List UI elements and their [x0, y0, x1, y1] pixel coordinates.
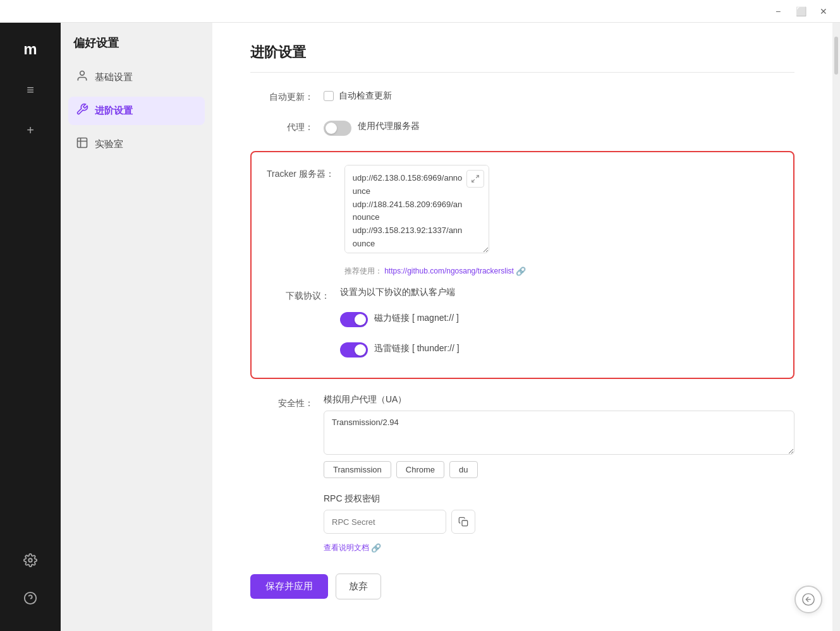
close-button[interactable]: ✕ — [815, 3, 832, 20]
security-label: 安全性： — [250, 394, 313, 409]
rpc-secret-input[interactable] — [324, 510, 446, 534]
auto-update-checkbox-wrap: 自动检查更新 — [324, 88, 392, 102]
scrollbar-thumb[interactable] — [834, 37, 838, 75]
sidebar-bottom — [16, 546, 44, 618]
rpc-input-wrap — [324, 510, 475, 534]
page-title: 进阶设置 — [250, 43, 794, 73]
magnet-label: 磁力链接 [ magnet:// ] — [374, 313, 459, 324]
svg-rect-6 — [462, 520, 468, 526]
sidebar-item-advanced[interactable]: 进阶设置 — [68, 97, 205, 125]
ua-preset-chrome[interactable]: Chrome — [396, 461, 444, 478]
scrollbar-track — [832, 23, 840, 631]
basic-settings-icon — [76, 69, 88, 85]
svg-point-0 — [28, 558, 32, 562]
ua-preset-du[interactable]: du — [449, 461, 477, 478]
security-control: 模拟用户代理（UA） Transmission/2.94 Transmissio… — [324, 394, 794, 478]
ua-preset-transmission[interactable]: Transmission — [324, 461, 391, 478]
tracker-expand-button[interactable] — [466, 170, 484, 188]
protocol-row: 下载协议： 设置为以下协议的默认客户端 磁力链接 [ magnet:// ] 迅… — [267, 287, 778, 365]
title-bar: − ⬜ ✕ — [0, 0, 840, 23]
sidebar-menu-icon[interactable]: ≡ — [16, 76, 44, 104]
nav-panel-title: 偏好设置 — [68, 35, 205, 58]
rpc-row: RPC 授权密钥 查看说明文档 🔗 — [250, 493, 794, 553]
floating-button[interactable] — [794, 586, 822, 613]
tracker-row: Tracker 服务器： udp://62.138.0.158:6969/ann… — [267, 165, 778, 277]
basic-settings-label: 基础设置 — [95, 71, 133, 83]
security-row: 安全性： 模拟用户代理（UA） Transmission/2.94 Transm… — [250, 394, 794, 478]
ua-textarea[interactable]: Transmission/2.94 — [324, 411, 794, 455]
sidebar-settings-icon[interactable] — [16, 546, 44, 574]
proxy-label: 代理： — [250, 118, 313, 133]
protocol-description: 设置为以下协议的默认客户端 — [340, 287, 455, 298]
auto-update-checkbox-label: 自动检查更新 — [339, 90, 392, 102]
svg-line-4 — [476, 176, 478, 178]
advanced-settings-icon — [76, 103, 88, 119]
thunder-label: 迅雷链接 [ thunder:// ] — [374, 343, 460, 354]
rpc-title: RPC 授权密钥 — [324, 493, 380, 505]
tracker-hint-prefix: 推荐使用： — [344, 267, 382, 275]
sidebar-help-icon[interactable] — [16, 584, 44, 612]
lab-icon — [76, 136, 88, 152]
sidebar-item-basic[interactable]: 基础设置 — [68, 63, 205, 92]
tracker-link-icon: 🔗 — [516, 267, 526, 276]
ua-presets: Transmission Chrome du — [324, 461, 478, 478]
rpc-link-row: 查看说明文档 🔗 — [324, 543, 381, 553]
sidebar-add-icon[interactable]: + — [16, 116, 44, 144]
svg-point-3 — [80, 71, 85, 76]
cancel-button[interactable]: 放弃 — [336, 574, 381, 599]
proxy-row: 代理： 使用代理服务器 — [250, 118, 794, 136]
proxy-toggle-label: 使用代理服务器 — [358, 118, 420, 132]
sidebar-item-lab[interactable]: 实验室 — [68, 130, 205, 159]
bottom-bar: 保存并应用 放弃 — [250, 574, 794, 599]
rpc-link-icon: 🔗 — [371, 543, 381, 553]
advanced-settings-label: 进阶设置 — [95, 105, 133, 117]
thunder-toggle[interactable] — [340, 342, 368, 358]
auto-update-control: 自动检查更新 — [324, 88, 794, 102]
app-logo: m — [16, 35, 44, 63]
svg-line-5 — [472, 179, 475, 182]
rpc-control: RPC 授权密钥 查看说明文档 🔗 — [324, 493, 794, 553]
thunder-toggle-row: 迅雷链接 [ thunder:// ] — [340, 340, 460, 358]
maximize-button[interactable]: ⬜ — [792, 3, 810, 20]
auto-update-row: 自动更新： 自动检查更新 — [250, 88, 794, 103]
rpc-empty-label — [250, 493, 313, 497]
auto-update-label: 自动更新： — [250, 88, 313, 103]
tracker-hint: 推荐使用： https://github.com/ngosang/tracker… — [344, 266, 526, 277]
tracker-control: udp://62.138.0.158:6969/announce udp://1… — [344, 165, 778, 277]
proxy-control: 使用代理服务器 — [324, 118, 794, 136]
nav-panel: 偏好设置 基础设置 进阶设置 — [61, 23, 212, 631]
rpc-doc-link[interactable]: 查看说明文档 — [324, 543, 369, 552]
red-section: Tracker 服务器： udp://62.138.0.158:6969/ann… — [250, 151, 794, 379]
auto-update-checkbox[interactable] — [324, 91, 334, 101]
tracker-label: Tracker 服务器： — [267, 165, 334, 180]
save-button[interactable]: 保存并应用 — [250, 574, 328, 599]
main-content: 进阶设置 自动更新： 自动检查更新 代理： 使用代理服务器 Tracker 服 — [212, 23, 832, 631]
proxy-toggle[interactable] — [324, 121, 351, 136]
protocol-label: 下载协议： — [267, 287, 330, 302]
tracker-hint-link[interactable]: https://github.com/ngosang/trackerslist — [384, 267, 514, 275]
tracker-textarea-wrap: udp://62.138.0.158:6969/announce udp://1… — [344, 165, 489, 256]
sidebar: m ≡ + — [0, 23, 61, 631]
minimize-button[interactable]: − — [769, 3, 787, 20]
app-body: m ≡ + 偏好设置 — [0, 23, 840, 631]
protocol-control: 设置为以下协议的默认客户端 磁力链接 [ magnet:// ] 迅雷链接 [ … — [340, 287, 778, 365]
rpc-copy-button[interactable] — [451, 510, 475, 534]
magnet-toggle[interactable] — [340, 312, 368, 327]
lab-label: 实验室 — [95, 138, 123, 150]
ua-description: 模拟用户代理（UA） — [324, 394, 406, 406]
magnet-toggle-row: 磁力链接 [ magnet:// ] — [340, 309, 459, 327]
